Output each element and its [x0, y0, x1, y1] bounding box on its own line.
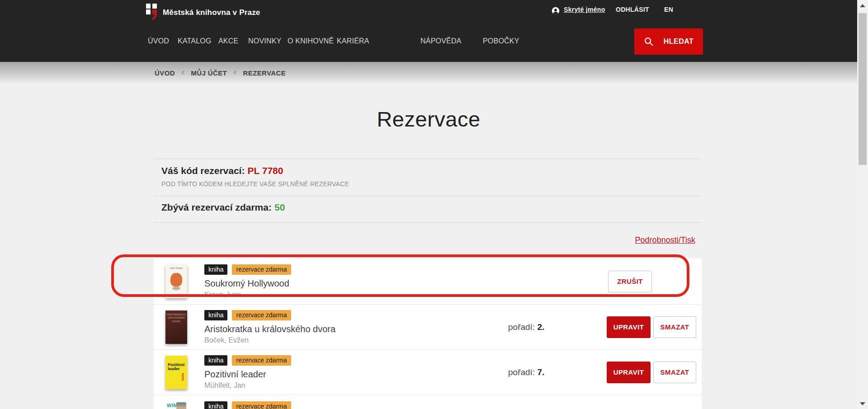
cover-title-text: ARISTOKRATKA U KRÁLOVSKÉHO DVORA: [165, 313, 187, 324]
queue-position-label: pořadí:: [508, 367, 535, 377]
badge-kniha: kniha: [204, 310, 227, 320]
breadcrumb: ÚVOD < MŮJ ÚČET < REZERVACE: [155, 62, 286, 84]
book-cover[interactable]: Pozitivní leader: [165, 356, 187, 389]
reservation-row-partial: WIM kniha rezervace zdarma: [154, 395, 702, 409]
badge-kniha: kniha: [204, 355, 227, 366]
row-actions: UPRAVIT SMAZAT: [607, 316, 696, 338]
badge-row: kniha rezervace zdarma: [204, 310, 335, 320]
breadcrumb-muj-ucet[interactable]: MŮJ ÚČET: [191, 69, 227, 77]
reservation-info: kniha rezervace zdarma Soukromý Hollywoo…: [204, 264, 291, 299]
reservation-row-soukromy-hollywood: Ivan Kraus Soukromý Hollywood kniha reze…: [154, 259, 702, 304]
breadcrumb-rezervace: REZERVACE: [243, 69, 286, 77]
queue-position: pořadí: 7.: [508, 367, 544, 377]
reservation-author: Mühlfeit, Jan: [204, 381, 291, 390]
cover-title-text: Pozitivní leader: [168, 363, 187, 372]
breadcrumb-separator-icon: <: [234, 69, 237, 77]
search-button[interactable]: HLEDAT: [634, 28, 703, 55]
free-reservations-value: 50: [274, 202, 285, 212]
breadcrumb-separator-icon: <: [181, 69, 184, 77]
reservation-code-label: Váš kód rezervací:: [161, 165, 245, 176]
main-nav: ÚVOD KATALOG AKCE NOVINKY O KNIHOVNĚ KAR…: [0, 0, 857, 62]
queue-position-label: pořadí:: [508, 322, 535, 332]
cancel-button[interactable]: ZRUŠIT: [608, 271, 652, 292]
cover-title-text: Soukromý Hollywood: [165, 293, 187, 296]
arrow-down-icon: [860, 402, 865, 405]
breadcrumb-uvod[interactable]: ÚVOD: [155, 69, 175, 77]
cover-illustration: [182, 373, 184, 381]
reservation-row-pozitivni-leader: Pozitivní leader kniha rezervace zdarma …: [154, 349, 702, 395]
badge-row: kniha rezervace zdarma: [204, 355, 291, 366]
badge-row: kniha rezervace zdarma: [204, 401, 291, 409]
cover-author-text: Ivan Kraus: [165, 267, 187, 269]
scrollbar-up-button[interactable]: [857, 0, 868, 11]
free-reservations-label: Zbývá rezervací zdarma:: [161, 202, 272, 212]
free-reservations-line: Zbývá rezervací zdarma:50: [161, 202, 285, 213]
queue-position-value: 2.: [537, 322, 544, 332]
arrow-up-icon: [860, 4, 865, 7]
reservation-row-aristokratka: ARISTOKRATKA U KRÁLOVSKÉHO DVORA kniha r…: [154, 304, 702, 349]
search-button-label: HLEDAT: [664, 38, 694, 46]
nav-item-pobocky[interactable]: POBOČKY: [483, 37, 519, 45]
site-header: Městská knihovna v Praze Skryté jméno OD…: [0, 0, 857, 62]
badge-kniha: kniha: [204, 401, 227, 409]
reservation-title[interactable]: Aristokratka u královského dvora: [204, 324, 335, 334]
section-divider: [154, 196, 702, 196]
queue-position-value: 7.: [537, 367, 544, 377]
book-cover[interactable]: Ivan Kraus Soukromý Hollywood: [165, 265, 187, 298]
reservation-author: Kraus, Ivan: [204, 291, 291, 299]
row-actions: ZRUŠIT: [608, 271, 652, 292]
nav-item-kariera[interactable]: KARIÉRA: [337, 37, 369, 45]
scrollbar-thumb[interactable]: [859, 13, 867, 165]
badge-rezervace-zdarma: rezervace zdarma: [232, 264, 291, 275]
reservation-title[interactable]: Soukromý Hollywood: [204, 278, 291, 289]
nav-item-uvod[interactable]: ÚVOD: [148, 37, 169, 45]
edit-button[interactable]: UPRAVIT: [607, 316, 651, 338]
delete-button[interactable]: SMAZAT: [653, 316, 696, 338]
details-print-link[interactable]: Podrobnosti/Tisk: [154, 235, 695, 245]
reservation-author: Boček, Evžen: [204, 336, 335, 344]
section-divider: [154, 159, 702, 159]
page-title: Rezervace: [0, 107, 857, 132]
edit-button[interactable]: UPRAVIT: [607, 362, 651, 383]
search-icon: [644, 37, 654, 47]
book-cover[interactable]: WIM: [165, 401, 187, 409]
row-actions: UPRAVIT SMAZAT: [607, 362, 696, 383]
reservation-info: kniha rezervace zdarma Aristokratka u kr…: [204, 310, 335, 344]
cover-photo: [176, 402, 186, 409]
badge-rezervace-zdarma: rezervace zdarma: [232, 310, 291, 320]
breadcrumb-bar: ÚVOD < MŮJ ÚČET < REZERVACE: [0, 62, 857, 84]
section-divider: [154, 222, 702, 223]
reservation-info: kniha rezervace zdarma: [204, 401, 291, 409]
queue-position: pořadí: 2.: [508, 322, 544, 332]
badge-row: kniha rezervace zdarma: [204, 264, 291, 275]
badge-kniha: kniha: [204, 264, 227, 275]
reservation-code-hint: POD TÍMTO KÓDEM HLEDEJTE VAŠE SPLNĚNÉ RE…: [161, 180, 349, 188]
reservation-title[interactable]: Pozitivní leader: [204, 369, 291, 380]
nav-item-napoveda[interactable]: NÁPOVĚDA: [420, 37, 462, 45]
nav-item-katalog[interactable]: KATALOG: [178, 37, 212, 45]
reservation-info: kniha rezervace zdarma Pozitivní leader …: [204, 355, 291, 390]
badge-rezervace-zdarma: rezervace zdarma: [232, 401, 291, 409]
book-cover[interactable]: ARISTOKRATKA U KRÁLOVSKÉHO DVORA: [165, 310, 187, 344]
badge-rezervace-zdarma: rezervace zdarma: [232, 355, 291, 366]
nav-item-novinky[interactable]: NOVINKY: [248, 37, 281, 45]
nav-item-o-knihovne[interactable]: O KNIHOVNĚ: [288, 37, 334, 45]
vertical-scrollbar: [857, 0, 868, 409]
reservation-code-line: Váš kód rezervací:PL 7780: [161, 165, 283, 176]
reservation-code-value: PL 7780: [247, 165, 283, 176]
scrollbar-down-button[interactable]: [857, 398, 868, 409]
delete-button[interactable]: SMAZAT: [653, 362, 696, 383]
reservation-list: Ivan Kraus Soukromý Hollywood kniha reze…: [154, 259, 702, 409]
nav-item-akce[interactable]: AKCE: [218, 37, 238, 45]
cover-illustration: [170, 273, 182, 287]
